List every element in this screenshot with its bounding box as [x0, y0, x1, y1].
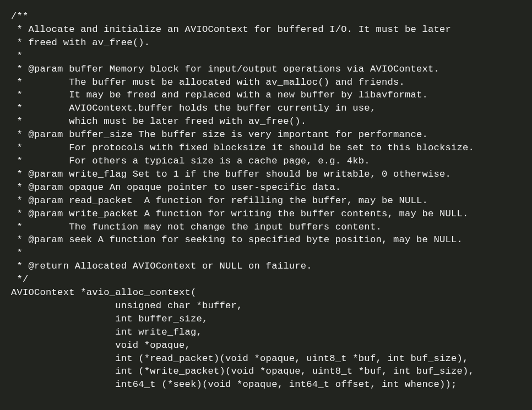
code-line: * which must be later freed with av_free…: [11, 116, 306, 127]
code-line: unsigned char *buffer,: [11, 300, 243, 311]
code-line: int (*write_packet)(void *opaque, uint8_…: [11, 366, 474, 376]
code-line: * It may be freed and replaced with a ne…: [11, 90, 428, 100]
code-line: int buffer_size,: [11, 314, 208, 324]
code-line: /**: [11, 11, 29, 21]
code-line: * The buffer must be allocated with av_m…: [11, 77, 405, 88]
code-line: * @param read_packet A function for refi…: [11, 195, 428, 206]
code-block: /** * Allocate and initialize an AVIOCon…: [0, 0, 532, 401]
code-line: *: [11, 248, 23, 258]
code-line: void *opaque,: [11, 340, 191, 351]
code-line: * Allocate and initialize an AVIOContext…: [11, 24, 451, 35]
code-line: * @param opaque An opaque pointer to use…: [11, 182, 341, 193]
code-line: * @return Allocated AVIOContext or NULL …: [11, 261, 312, 271]
code-line: * AVIOContext.buffer holds the buffer cu…: [11, 103, 376, 113]
code-line: int (*read_packet)(void *opaque, uint8_t…: [11, 353, 469, 364]
code-line: int write_flag,: [11, 327, 202, 337]
code-line: */: [11, 274, 29, 285]
code-line: * For others a typical size is a cache p…: [11, 156, 370, 166]
code-line: * @param buffer_size The buffer size is …: [11, 129, 428, 140]
code-line: *: [11, 51, 23, 61]
code-line: * For protocols with fixed blocksize it …: [11, 143, 474, 153]
code-line: * @param write_packet A function for wri…: [11, 209, 469, 219]
code-line: AVIOContext *avio_alloc_context(: [11, 287, 196, 298]
code-line: int64_t (*seek)(void *opaque, int64_t of…: [11, 379, 457, 390]
code-line: * The function may not change the input …: [11, 222, 382, 232]
code-line: * @param buffer Memory block for input/o…: [11, 64, 439, 74]
code-line: * @param write_flag Set to 1 if the buff…: [11, 169, 451, 179]
code-line: * @param seek A function for seeking to …: [11, 234, 463, 245]
code-line: * freed with av_free().: [11, 37, 150, 48]
